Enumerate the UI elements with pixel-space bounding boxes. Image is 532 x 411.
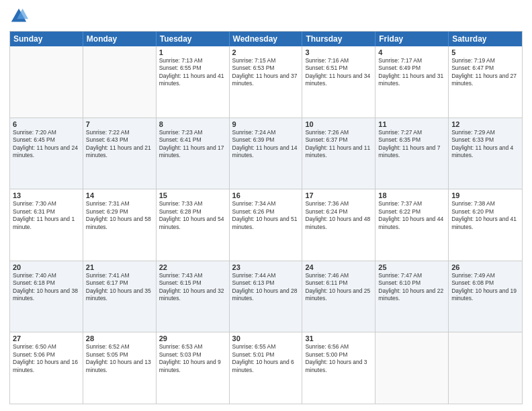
cell-details: Sunrise: 6:55 AM Sunset: 5:01 PM Dayligh… — [232, 343, 300, 374]
day-number: 16 — [232, 191, 300, 199]
cell-details: Sunrise: 7:22 AM Sunset: 6:43 PM Dayligh… — [86, 129, 153, 160]
day-number: 5 — [451, 48, 519, 56]
cell-details: Sunrise: 7:38 AM Sunset: 6:20 PM Dayligh… — [451, 200, 519, 231]
day-number: 11 — [378, 120, 445, 128]
cell-details: Sunrise: 7:16 AM Sunset: 6:51 PM Dayligh… — [305, 57, 372, 88]
header — [9, 7, 523, 26]
cell-details: Sunrise: 7:33 AM Sunset: 6:28 PM Dayligh… — [159, 200, 226, 231]
calendar-cell — [449, 332, 522, 404]
cell-details: Sunrise: 7:24 AM Sunset: 6:39 PM Dayligh… — [232, 129, 300, 160]
calendar-cell: 8Sunrise: 7:23 AM Sunset: 6:41 PM Daylig… — [157, 118, 230, 189]
calendar-week-row: 6Sunrise: 7:20 AM Sunset: 6:45 PM Daylig… — [10, 118, 522, 189]
calendar-cell: 20Sunrise: 7:40 AM Sunset: 6:18 PM Dayli… — [10, 261, 83, 332]
calendar-cell: 3Sunrise: 7:16 AM Sunset: 6:51 PM Daylig… — [302, 46, 375, 118]
cell-details: Sunrise: 7:31 AM Sunset: 6:29 PM Dayligh… — [86, 200, 153, 231]
calendar-cell: 13Sunrise: 7:30 AM Sunset: 6:31 PM Dayli… — [10, 189, 83, 261]
calendar-cell: 11Sunrise: 7:27 AM Sunset: 6:35 PM Dayli… — [375, 118, 449, 189]
cell-details: Sunrise: 7:26 AM Sunset: 6:37 PM Dayligh… — [305, 129, 372, 160]
calendar-cell: 18Sunrise: 7:37 AM Sunset: 6:22 PM Dayli… — [375, 189, 449, 261]
cell-details: Sunrise: 7:17 AM Sunset: 6:49 PM Dayligh… — [378, 57, 445, 88]
calendar-cell: 15Sunrise: 7:33 AM Sunset: 6:28 PM Dayli… — [157, 189, 230, 261]
cell-details: Sunrise: 7:40 AM Sunset: 6:18 PM Dayligh… — [13, 272, 80, 303]
calendar-cell: 23Sunrise: 7:44 AM Sunset: 6:13 PM Dayli… — [230, 261, 303, 332]
cell-details: Sunrise: 7:43 AM Sunset: 6:15 PM Dayligh… — [159, 272, 226, 303]
calendar-cell — [10, 46, 83, 118]
calendar-cell: 21Sunrise: 7:41 AM Sunset: 6:17 PM Dayli… — [83, 261, 157, 332]
cell-details: Sunrise: 7:46 AM Sunset: 6:11 PM Dayligh… — [305, 272, 372, 303]
calendar-cell: 17Sunrise: 7:36 AM Sunset: 6:24 PM Dayli… — [302, 189, 375, 261]
cell-details: Sunrise: 7:34 AM Sunset: 6:26 PM Dayligh… — [232, 200, 300, 231]
calendar-header-cell: Tuesday — [157, 32, 230, 46]
logo-icon — [9, 7, 28, 26]
day-number: 28 — [86, 334, 153, 342]
cell-details: Sunrise: 6:52 AM Sunset: 5:05 PM Dayligh… — [86, 343, 153, 374]
cell-details: Sunrise: 7:36 AM Sunset: 6:24 PM Dayligh… — [305, 200, 372, 231]
day-number: 25 — [378, 263, 445, 271]
calendar-cell: 6Sunrise: 7:20 AM Sunset: 6:45 PM Daylig… — [10, 118, 83, 189]
calendar-cell: 12Sunrise: 7:29 AM Sunset: 6:33 PM Dayli… — [449, 118, 522, 189]
calendar-cell: 31Sunrise: 6:56 AM Sunset: 5:00 PM Dayli… — [302, 332, 375, 404]
day-number: 24 — [305, 263, 372, 271]
day-number: 4 — [378, 48, 445, 56]
day-number: 27 — [13, 334, 80, 342]
calendar-cell: 30Sunrise: 6:55 AM Sunset: 5:01 PM Dayli… — [230, 332, 303, 404]
cell-details: Sunrise: 7:19 AM Sunset: 6:47 PM Dayligh… — [451, 57, 519, 88]
calendar-cell: 27Sunrise: 6:50 AM Sunset: 5:06 PM Dayli… — [10, 332, 83, 404]
day-number: 2 — [232, 48, 300, 56]
day-number: 30 — [232, 334, 300, 342]
day-number: 23 — [232, 263, 300, 271]
calendar-cell: 26Sunrise: 7:49 AM Sunset: 6:08 PM Dayli… — [449, 261, 522, 332]
day-number: 1 — [159, 48, 226, 56]
calendar-cell: 1Sunrise: 7:13 AM Sunset: 6:55 PM Daylig… — [157, 46, 230, 118]
cell-details: Sunrise: 7:49 AM Sunset: 6:08 PM Dayligh… — [451, 272, 519, 303]
calendar-cell: 24Sunrise: 7:46 AM Sunset: 6:11 PM Dayli… — [302, 261, 375, 332]
cell-details: Sunrise: 7:27 AM Sunset: 6:35 PM Dayligh… — [378, 129, 445, 160]
calendar-cell — [375, 332, 449, 404]
cell-details: Sunrise: 6:56 AM Sunset: 5:00 PM Dayligh… — [305, 343, 372, 374]
day-number: 6 — [13, 120, 80, 128]
cell-details: Sunrise: 6:50 AM Sunset: 5:06 PM Dayligh… — [13, 343, 80, 374]
cell-details: Sunrise: 7:44 AM Sunset: 6:13 PM Dayligh… — [232, 272, 300, 303]
day-number: 10 — [305, 120, 372, 128]
calendar-header-row: SundayMondayTuesdayWednesdayThursdayFrid… — [10, 32, 522, 46]
calendar-header-cell: Friday — [375, 32, 449, 46]
calendar-cell: 5Sunrise: 7:19 AM Sunset: 6:47 PM Daylig… — [449, 46, 522, 118]
cell-details: Sunrise: 7:15 AM Sunset: 6:53 PM Dayligh… — [232, 57, 300, 88]
day-number: 20 — [13, 263, 80, 271]
day-number: 22 — [159, 263, 226, 271]
cell-details: Sunrise: 7:29 AM Sunset: 6:33 PM Dayligh… — [451, 129, 519, 160]
calendar-cell: 22Sunrise: 7:43 AM Sunset: 6:15 PM Dayli… — [157, 261, 230, 332]
calendar-cell: 2Sunrise: 7:15 AM Sunset: 6:53 PM Daylig… — [230, 46, 303, 118]
calendar-cell: 10Sunrise: 7:26 AM Sunset: 6:37 PM Dayli… — [302, 118, 375, 189]
day-number: 14 — [86, 191, 153, 199]
calendar-week-row: 13Sunrise: 7:30 AM Sunset: 6:31 PM Dayli… — [10, 189, 522, 261]
cell-details: Sunrise: 7:47 AM Sunset: 6:10 PM Dayligh… — [378, 272, 445, 303]
calendar-header-cell: Saturday — [449, 32, 522, 46]
cell-details: Sunrise: 7:37 AM Sunset: 6:22 PM Dayligh… — [378, 200, 445, 231]
calendar: SundayMondayTuesdayWednesdayThursdayFrid… — [9, 31, 523, 404]
day-number: 21 — [86, 263, 153, 271]
calendar-header-cell: Sunday — [10, 32, 83, 46]
calendar-header-cell: Monday — [83, 32, 157, 46]
cell-details: Sunrise: 6:53 AM Sunset: 5:03 PM Dayligh… — [159, 343, 226, 374]
calendar-cell — [83, 46, 157, 118]
cell-details: Sunrise: 7:13 AM Sunset: 6:55 PM Dayligh… — [159, 57, 226, 88]
cell-details: Sunrise: 7:20 AM Sunset: 6:45 PM Dayligh… — [13, 129, 80, 160]
calendar-cell: 16Sunrise: 7:34 AM Sunset: 6:26 PM Dayli… — [230, 189, 303, 261]
day-number: 3 — [305, 48, 372, 56]
calendar-week-row: 27Sunrise: 6:50 AM Sunset: 5:06 PM Dayli… — [10, 332, 522, 404]
day-number: 15 — [159, 191, 226, 199]
day-number: 7 — [86, 120, 153, 128]
calendar-body: 1Sunrise: 7:13 AM Sunset: 6:55 PM Daylig… — [10, 46, 522, 404]
calendar-cell: 25Sunrise: 7:47 AM Sunset: 6:10 PM Dayli… — [375, 261, 449, 332]
calendar-cell: 28Sunrise: 6:52 AM Sunset: 5:05 PM Dayli… — [83, 332, 157, 404]
calendar-week-row: 20Sunrise: 7:40 AM Sunset: 6:18 PM Dayli… — [10, 261, 522, 332]
cell-details: Sunrise: 7:30 AM Sunset: 6:31 PM Dayligh… — [13, 200, 80, 231]
calendar-week-row: 1Sunrise: 7:13 AM Sunset: 6:55 PM Daylig… — [10, 46, 522, 118]
day-number: 12 — [451, 120, 519, 128]
calendar-cell: 19Sunrise: 7:38 AM Sunset: 6:20 PM Dayli… — [449, 189, 522, 261]
day-number: 26 — [451, 263, 519, 271]
cell-details: Sunrise: 7:41 AM Sunset: 6:17 PM Dayligh… — [86, 272, 153, 303]
day-number: 29 — [159, 334, 226, 342]
page: SundayMondayTuesdayWednesdayThursdayFrid… — [0, 0, 532, 411]
